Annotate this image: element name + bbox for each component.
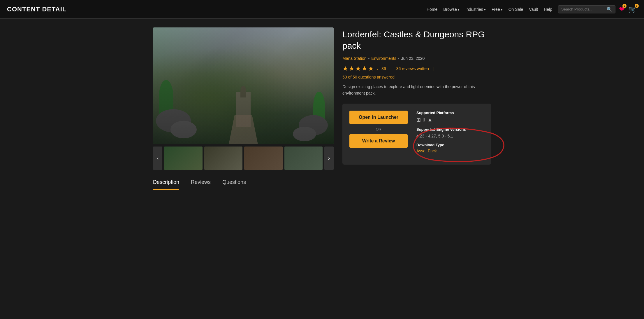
engine-versions-section: Supported Engine Versions 4.23 - 4.27, 5…	[416, 127, 484, 139]
meta-sep-1: -	[368, 56, 370, 61]
nav-help[interactable]: Help	[544, 7, 552, 12]
product-title: Lordenfel: Castles & Dungeons RPG pack	[342, 29, 491, 51]
cart-button[interactable]: 🛒 0	[628, 5, 637, 13]
tab-reviews[interactable]: Reviews	[191, 179, 211, 190]
nav-browse[interactable]: Browse	[443, 7, 460, 12]
star-5: ★	[368, 65, 374, 72]
rating-row: ★ ★ ★ ★ ★ ⌄ 36 | 36 reviews written | 50…	[342, 65, 491, 79]
star-2: ★	[349, 65, 355, 72]
tab-description[interactable]: Description	[153, 179, 179, 190]
mac-icon: 	[423, 117, 425, 123]
main-product-image[interactable]	[153, 27, 334, 144]
action-panel: Open in Launcher OR Write a Review Suppo…	[342, 104, 491, 165]
reviews-separator: |	[431, 66, 437, 71]
thumbnail-strip: ‹ ›	[153, 147, 334, 170]
linux-icon: ▲	[427, 117, 433, 123]
search-input[interactable]	[561, 7, 605, 11]
thumbnail-2[interactable]	[204, 147, 243, 170]
tabs: Description Reviews Questions	[153, 179, 491, 190]
wishlist-button[interactable]: ❤ 0	[619, 5, 625, 13]
star-3: ★	[355, 65, 361, 72]
author-link[interactable]: Mana Station	[342, 56, 367, 61]
thumbnail-4[interactable]	[284, 147, 323, 170]
tabs-section: Description Reviews Questions	[153, 179, 491, 190]
product-info: Lordenfel: Castles & Dungeons RPG pack M…	[342, 27, 491, 165]
reviews-link[interactable]: 36 reviews written	[396, 66, 429, 71]
product-description: Design exciting places to explore and fi…	[342, 83, 482, 97]
thumbnail-list	[164, 147, 323, 170]
next-thumbnail-button[interactable]: ›	[324, 147, 334, 170]
rating-separator: |	[388, 66, 394, 71]
star-rating: ★ ★ ★ ★ ★	[342, 65, 374, 72]
engine-versions-wrap: 4.23 - 4.27, 5.0 - 5.1	[416, 133, 453, 139]
engine-versions-label: Supported Engine Versions	[416, 127, 484, 132]
supported-platforms-label: Supported Platforms	[416, 111, 484, 115]
rating-dropdown[interactable]: ⌄	[376, 67, 379, 71]
header-icons: ❤ 0 🛒 0	[619, 5, 637, 13]
download-type-value[interactable]: Asset Pack	[416, 149, 437, 153]
action-buttons: Open in Launcher OR Write a Review	[349, 111, 408, 148]
star-4: ★	[362, 65, 367, 72]
nav-free[interactable]: Free	[492, 7, 503, 12]
platform-info: Supported Platforms ⊞  ▲ Supported Engi…	[416, 111, 484, 158]
thumbnail-1[interactable]	[164, 147, 203, 170]
download-type-label: Download Type	[416, 143, 484, 147]
product-date: Jun 23, 2020	[401, 56, 425, 61]
tab-questions[interactable]: Questions	[222, 179, 246, 190]
engine-versions-value: 4.23 - 4.27, 5.0 - 5.1	[416, 134, 453, 138]
supported-platforms-section: Supported Platforms ⊞  ▲	[416, 111, 484, 123]
search-icon[interactable]: 🔍	[607, 7, 612, 12]
nav-home[interactable]: Home	[427, 7, 437, 12]
category-link[interactable]: Environments	[371, 56, 396, 61]
windows-icon: ⊞	[416, 117, 421, 123]
prev-thumbnail-button[interactable]: ‹	[153, 147, 162, 170]
or-separator: OR	[349, 127, 408, 131]
product-layout: ‹ › Lordenfel: Castles & Dungeons RPG pa…	[153, 27, 491, 170]
site-logo: CONTENT DETAIL	[7, 6, 66, 13]
questions-link[interactable]: 50 of 50 questions answered	[342, 75, 395, 79]
image-area: ‹ ›	[153, 27, 334, 170]
open-in-launcher-button[interactable]: Open in Launcher	[349, 111, 408, 124]
cart-count: 0	[635, 4, 639, 8]
write-review-button[interactable]: Write a Review	[349, 134, 408, 148]
product-meta: Mana Station - Environments - Jun 23, 20…	[342, 56, 491, 61]
fog-overlay	[153, 27, 334, 144]
rating-count[interactable]: 36	[381, 66, 386, 71]
nav-on-sale[interactable]: On Sale	[508, 7, 523, 12]
star-1: ★	[342, 65, 348, 72]
header: CONTENT DETAIL Home Browse Industries Fr…	[0, 0, 644, 19]
main-content: ‹ › Lordenfel: Castles & Dungeons RPG pa…	[147, 19, 497, 202]
download-type-section: Download Type Asset Pack	[416, 143, 484, 154]
nav-vault[interactable]: Vault	[529, 7, 538, 12]
main-nav: Home Browse Industries Free On Sale Vaul…	[427, 7, 552, 12]
platform-icons: ⊞  ▲	[416, 117, 484, 123]
thumbnail-3[interactable]	[244, 147, 283, 170]
meta-sep-2: -	[398, 56, 400, 61]
search-box[interactable]: 🔍	[558, 5, 615, 13]
wishlist-count: 0	[622, 4, 627, 8]
nav-industries[interactable]: Industries	[465, 7, 486, 12]
